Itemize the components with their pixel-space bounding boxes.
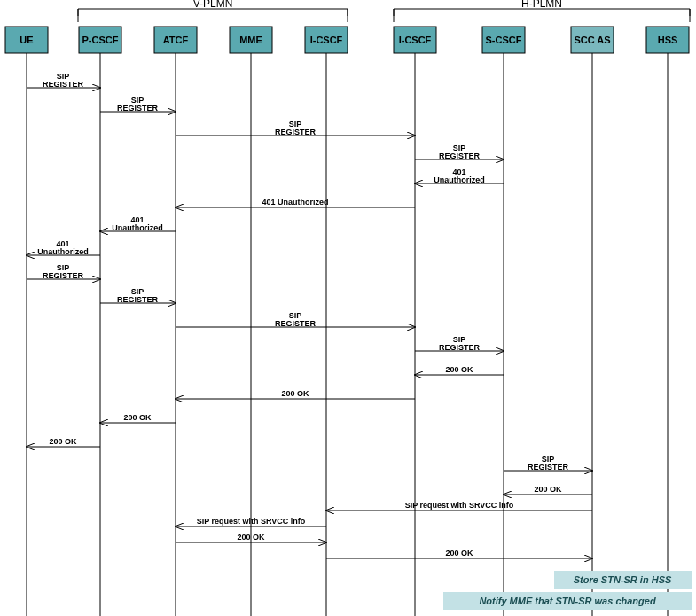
msg-200ok-3: 200 OK bbox=[100, 413, 176, 423]
svg-text:Unauthorized: Unauthorized bbox=[434, 175, 485, 184]
lifeline-hss: HSS bbox=[646, 27, 689, 616]
svg-text:REGISTER: REGISTER bbox=[117, 295, 159, 304]
svg-text:REGISTER: REGISTER bbox=[43, 271, 84, 280]
msg-sip-register-2: SIP REGISTER bbox=[100, 96, 176, 113]
svg-text:P-CSCF: P-CSCF bbox=[82, 35, 119, 45]
group-hplmn: H-PLMN bbox=[394, 0, 690, 22]
svg-text:200 OK: 200 OK bbox=[123, 413, 152, 422]
msg-200ok-6: 200 OK bbox=[176, 533, 326, 542]
msg-sip-register-6: SIP REGISTER bbox=[100, 287, 176, 304]
svg-text:Unauthorized: Unauthorized bbox=[37, 247, 89, 256]
msg-200ok-1: 200 OK bbox=[415, 365, 504, 375]
svg-text:I-CSCF: I-CSCF bbox=[310, 35, 343, 45]
svg-text:200 OK: 200 OK bbox=[281, 389, 309, 398]
msg-401-4: 401 Unauthorized bbox=[27, 239, 100, 256]
svg-text:ATCF: ATCF bbox=[163, 35, 189, 45]
svg-text:200 OK: 200 OK bbox=[237, 533, 265, 542]
svg-text:200 OK: 200 OK bbox=[445, 549, 473, 558]
svg-text:REGISTER: REGISTER bbox=[43, 80, 84, 89]
msg-sip-register-5: SIP REGISTER bbox=[27, 263, 100, 280]
lifeline-icscf-h: I-CSCF bbox=[394, 27, 436, 616]
svg-text:MME: MME bbox=[239, 35, 262, 45]
lifeline-sccas: SCC AS bbox=[571, 27, 614, 616]
msg-200ok-4: 200 OK bbox=[27, 437, 100, 447]
msg-401-1: 401 Unauthorized bbox=[415, 168, 504, 184]
msg-200ok-5: 200 OK bbox=[504, 485, 592, 495]
svg-text:200 OK: 200 OK bbox=[534, 485, 562, 494]
svg-text:REGISTER: REGISTER bbox=[528, 463, 569, 472]
svg-text:200 OK: 200 OK bbox=[49, 437, 77, 446]
svg-text:S-CSCF: S-CSCF bbox=[486, 35, 522, 45]
msg-sip-register-7: SIP REGISTER bbox=[176, 311, 415, 328]
lifeline-mme: MME bbox=[230, 27, 272, 616]
lifeline-ue: UE bbox=[5, 27, 48, 616]
svg-text:REGISTER: REGISTER bbox=[275, 128, 317, 136]
svg-text:HSS: HSS bbox=[658, 35, 678, 45]
svg-text:REGISTER: REGISTER bbox=[275, 319, 317, 328]
lifeline-scscf: S-CSCF bbox=[482, 27, 525, 616]
msg-sip-register-9: SIP REGISTER bbox=[504, 455, 592, 472]
msg-sip-register-8: SIP REGISTER bbox=[415, 335, 504, 352]
svg-text:I-CSCF: I-CSCF bbox=[399, 35, 432, 45]
svg-text:200 OK: 200 OK bbox=[445, 365, 473, 374]
msg-200ok-2: 200 OK bbox=[176, 389, 415, 399]
msg-401-2: 401 Unauthorized bbox=[176, 198, 415, 207]
svg-text:SIP request with SRVCC info: SIP request with SRVCC info bbox=[405, 501, 514, 510]
svg-text:REGISTER: REGISTER bbox=[117, 104, 159, 113]
group-vplmn-label: V-PLMN bbox=[193, 0, 233, 10]
lifeline-pcscf: P-CSCF bbox=[79, 27, 121, 616]
svg-text:401 Unauthorized: 401 Unauthorized bbox=[262, 198, 328, 207]
svg-text:Store STN-SR in HSS: Store STN-SR in HSS bbox=[574, 574, 672, 585]
msg-sip-register-4: SIP REGISTER bbox=[415, 144, 504, 160]
group-vplmn: V-PLMN bbox=[78, 0, 348, 22]
msg-401-3: 401 Unauthorized bbox=[100, 215, 176, 232]
svg-text:SCC AS: SCC AS bbox=[574, 35, 610, 45]
msg-srvcc-1: SIP request with SRVCC info bbox=[326, 501, 592, 511]
lifeline-atcf: ATCF bbox=[154, 27, 197, 616]
msg-srvcc-2: SIP request with SRVCC info bbox=[176, 517, 326, 526]
svg-text:Unauthorized: Unauthorized bbox=[112, 223, 163, 232]
svg-text:REGISTER: REGISTER bbox=[439, 343, 481, 352]
msg-sip-register-1: SIP REGISTER bbox=[27, 72, 100, 89]
note-notify-mme: Notify MME that STN-SR was changed bbox=[443, 592, 692, 610]
msg-sip-register-3: SIP REGISTER bbox=[176, 120, 415, 136]
msg-200ok-7: 200 OK bbox=[326, 549, 592, 558]
svg-text:SIP request with SRVCC info: SIP request with SRVCC info bbox=[197, 517, 306, 526]
svg-text:Notify MME that STN-SR was cha: Notify MME that STN-SR was changed bbox=[479, 596, 656, 606]
svg-text:REGISTER: REGISTER bbox=[439, 152, 481, 160]
note-store-stnsr: Store STN-SR in HSS bbox=[554, 571, 692, 589]
group-hplmn-label: H-PLMN bbox=[521, 0, 562, 10]
svg-text:UE: UE bbox=[20, 35, 33, 45]
